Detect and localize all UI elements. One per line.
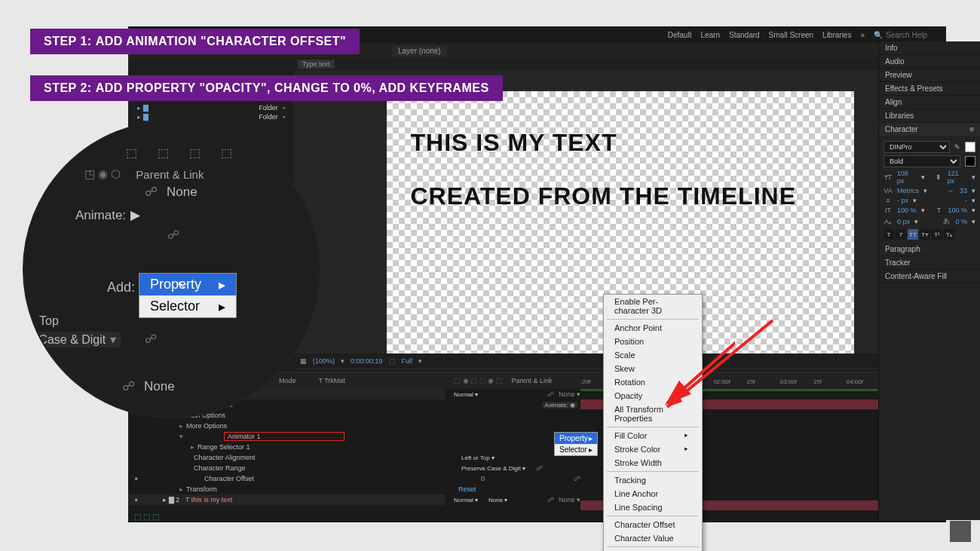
- workspace-small-screen[interactable]: Small Screen: [769, 31, 813, 39]
- none-dropdown[interactable]: None: [144, 379, 175, 394]
- workspace-learn[interactable]: Learn: [700, 31, 720, 39]
- font-select[interactable]: DINPro: [884, 141, 950, 153]
- animator-row[interactable]: ▾Animator 1: [128, 431, 445, 442]
- menu-item[interactable]: Stroke Color: [604, 442, 702, 456]
- annotation-arrow: [656, 313, 776, 418]
- cube-icon: ⬚: [122, 143, 140, 161]
- tracking[interactable]: 33: [960, 187, 967, 194]
- prop-row[interactable]: ●Character Offset: [128, 473, 445, 484]
- col-trkmat[interactable]: T TrkMat: [319, 377, 345, 384]
- project-item[interactable]: ▸ ▇Folder▪: [137, 103, 285, 112]
- workspace-standard[interactable]: Standard: [729, 31, 760, 39]
- svg-line-1: [667, 320, 773, 407]
- right-panel-stack: Info Audio Preview Effects & Presets Ali…: [878, 41, 980, 520]
- menu-item[interactable]: Fill Color: [604, 429, 702, 442]
- kerning[interactable]: Metrics: [897, 187, 919, 194]
- menu-item[interactable]: Line Spacing: [604, 500, 702, 514]
- bold-button[interactable]: T: [884, 229, 894, 240]
- vscale[interactable]: 100 %: [897, 207, 917, 214]
- italic-button[interactable]: T: [896, 229, 906, 240]
- gift-icon: ⬚: [154, 143, 172, 161]
- menu-selector[interactable]: Selector: [555, 444, 597, 455]
- stroke-swatch[interactable]: [965, 156, 975, 167]
- font-size[interactable]: 108 px: [897, 170, 917, 185]
- cube-icon: ◳ ◉ ⬡: [84, 167, 121, 181]
- workspace-libraries[interactable]: Libraries: [822, 31, 851, 39]
- parent-link[interactable]: None ▾: [559, 390, 580, 398]
- caf-panel[interactable]: Content-Aware Fill: [879, 270, 980, 283]
- prop-row[interactable]: Character Range: [128, 463, 445, 473]
- fill-swatch[interactable]: [965, 142, 975, 152]
- case-digit-dropdown[interactable]: e Case & Digit▾: [24, 332, 121, 347]
- layer-row[interactable]: ●▸ ▇ 2T this is my text: [128, 494, 445, 505]
- top-label: Top: [39, 314, 59, 328]
- audio-panel[interactable]: Audio: [879, 55, 980, 69]
- mode-select[interactable]: Normal ▾: [451, 497, 481, 504]
- eyedropper-icon[interactable]: ✎: [954, 143, 960, 151]
- label-icon: ▪: [283, 104, 285, 112]
- menu-item[interactable]: Line Anchor: [256, 292, 320, 315]
- allcaps-button[interactable]: TT: [908, 229, 918, 240]
- leading[interactable]: 121 px: [948, 170, 967, 185]
- grid-icon[interactable]: ▦: [300, 357, 307, 365]
- new-icon: ⬚: [217, 143, 235, 161]
- libraries-panel[interactable]: Libraries: [879, 109, 980, 123]
- weight-select[interactable]: Bold: [884, 155, 960, 167]
- text-line-1: THIS IS MY TEXT: [411, 129, 830, 157]
- preserve-select[interactable]: Preserve Case & Digit ▾: [458, 465, 528, 472]
- tracker-panel[interactable]: Tracker: [879, 256, 980, 270]
- type-text-label: Type text: [298, 60, 335, 69]
- reset-link[interactable]: Reset: [458, 485, 476, 493]
- timecode[interactable]: 0:00:00:19: [351, 357, 383, 365]
- menu-property[interactable]: Property: [555, 433, 597, 444]
- menu-item[interactable]: Stroke Color: [256, 214, 320, 237]
- parent-link[interactable]: None ▾: [559, 496, 580, 504]
- align-panel[interactable]: Align: [879, 96, 980, 109]
- col-parent[interactable]: Parent & Link: [512, 377, 553, 384]
- add-menu: Property Selector: [554, 432, 598, 456]
- menu-item[interactable]: Stroke Width: [256, 237, 320, 259]
- prop-row[interactable]: ▸More Options: [128, 421, 445, 431]
- char-offset-value[interactable]: 0: [481, 475, 485, 482]
- hscale[interactable]: 100 %: [948, 207, 967, 214]
- character-header[interactable]: Character≡: [879, 123, 980, 136]
- camera-icon[interactable]: ⬚: [389, 357, 396, 365]
- prop-row[interactable]: Character Alignment: [128, 452, 445, 463]
- project-item[interactable]: ▸ ▇Folder▪: [137, 112, 285, 121]
- superscript-button[interactable]: T¹: [932, 229, 942, 240]
- none-dropdown[interactable]: None: [167, 185, 198, 200]
- menu-item[interactable]: Stroke Width: [604, 456, 702, 470]
- resolution[interactable]: Full: [402, 357, 413, 365]
- film-icon: ⬚: [185, 143, 204, 161]
- col-mode[interactable]: Mode: [279, 377, 296, 384]
- toggle-icons[interactable]: ⬚ ◉ ⬚ ⬚ ◉ ⬚: [454, 377, 503, 384]
- prop-row[interactable]: ▸Transform: [128, 484, 445, 494]
- preview-panel[interactable]: Preview: [879, 69, 980, 82]
- play-icon[interactable]: ▶: [130, 207, 140, 223]
- zoom-level[interactable]: (100%): [313, 357, 335, 365]
- smallcaps-button[interactable]: Tᴛ: [920, 229, 930, 240]
- animate-button[interactable]: Animate: ◉: [542, 402, 577, 409]
- search-help-input[interactable]: [886, 31, 939, 39]
- menu-icon[interactable]: ≡: [969, 125, 974, 133]
- menu-item[interactable]: Character Value: [604, 531, 702, 545]
- paragraph-panel[interactable]: Paragraph: [879, 243, 980, 256]
- trkmat-select[interactable]: None ▾: [485, 497, 510, 504]
- align-select[interactable]: Left or Top ▾: [458, 455, 498, 461]
- effects-panel[interactable]: Effects & Presets: [879, 82, 980, 96]
- tracking-icon: ↔: [946, 187, 955, 194]
- menu-property[interactable]: Property↖: [139, 274, 236, 295]
- menu-item[interactable]: Character Offset: [604, 518, 702, 531]
- prop-row[interactable]: ▸Range Selector 1: [128, 442, 445, 452]
- layer-tab[interactable]: Layer (none): [392, 45, 447, 57]
- mode-select[interactable]: Normal ▾: [451, 391, 481, 398]
- info-panel[interactable]: Info: [879, 41, 980, 55]
- overflow-icon[interactable]: »: [860, 31, 865, 39]
- workspace-default[interactable]: Default: [668, 31, 692, 39]
- menu-item[interactable]: Tracking: [256, 270, 320, 292]
- subscript-button[interactable]: T₁: [944, 229, 954, 240]
- magnify-add-menu: Property↖ Selector: [139, 273, 237, 318]
- menu-item[interactable]: Line Anchor: [604, 487, 702, 500]
- menu-selector[interactable]: Selector: [139, 295, 236, 317]
- menu-item[interactable]: Tracking: [604, 473, 702, 487]
